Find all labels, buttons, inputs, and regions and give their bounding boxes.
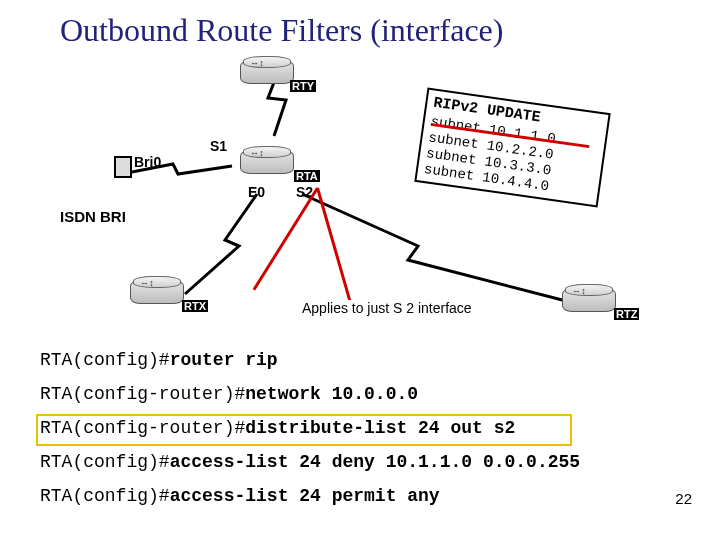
cfg2-cmd: network 10.0.0.0 [245, 384, 418, 404]
cfg5-cmd: access-list 24 permit any [170, 486, 440, 506]
label-rty: RTY [290, 80, 316, 92]
label-bri0: Bri0 [134, 154, 161, 170]
bri-port-icon [114, 156, 132, 178]
note-applies-to: Applies to just S 2 interface [300, 300, 474, 316]
label-rta: RTA [294, 170, 320, 182]
cfg3-cmd: distribute-list 24 out s2 [245, 418, 515, 438]
topology-diagram: ↔ ↕ RTY ↔ ↕ RTA ↔ ↕ RTX ↔ ↕ RTZ S1 Bri0 … [120, 60, 640, 340]
cfg2-prompt: RTA(config-router)# [40, 384, 245, 404]
label-rtx: RTX [182, 300, 208, 312]
config-line-3: RTA(config-router)#distribute-list 24 ou… [40, 418, 515, 438]
label-e0: E0 [248, 184, 265, 200]
cfg4-cmd: access-list 24 deny 10.1.1.0 0.0.0.255 [170, 452, 580, 472]
cfg5-prompt: RTA(config)# [40, 486, 170, 506]
cfg3-prompt: RTA(config-router)# [40, 418, 245, 438]
label-s1: S1 [210, 138, 227, 154]
config-line-5: RTA(config)#access-list 24 permit any [40, 486, 440, 506]
page-title: Outbound Route Filters (interface) [60, 12, 503, 49]
config-line-1: RTA(config)#router rip [40, 350, 278, 370]
cfg1-cmd: router rip [170, 350, 278, 370]
router-rtx: ↔ ↕ [130, 280, 190, 310]
label-isdn: ISDN BRI [60, 208, 126, 225]
page-number: 22 [675, 490, 692, 507]
cfg1-prompt: RTA(config)# [40, 350, 170, 370]
label-rtz: RTZ [614, 308, 639, 320]
link-rta-rtz [298, 190, 578, 310]
config-line-2: RTA(config-router)#network 10.0.0.0 [40, 384, 418, 404]
router-rta: ↔ ↕ [240, 150, 300, 180]
config-line-4: RTA(config)#access-list 24 deny 10.1.1.0… [40, 452, 580, 472]
router-rtz: ↔ ↕ [562, 288, 622, 318]
cfg4-prompt: RTA(config)# [40, 452, 170, 472]
